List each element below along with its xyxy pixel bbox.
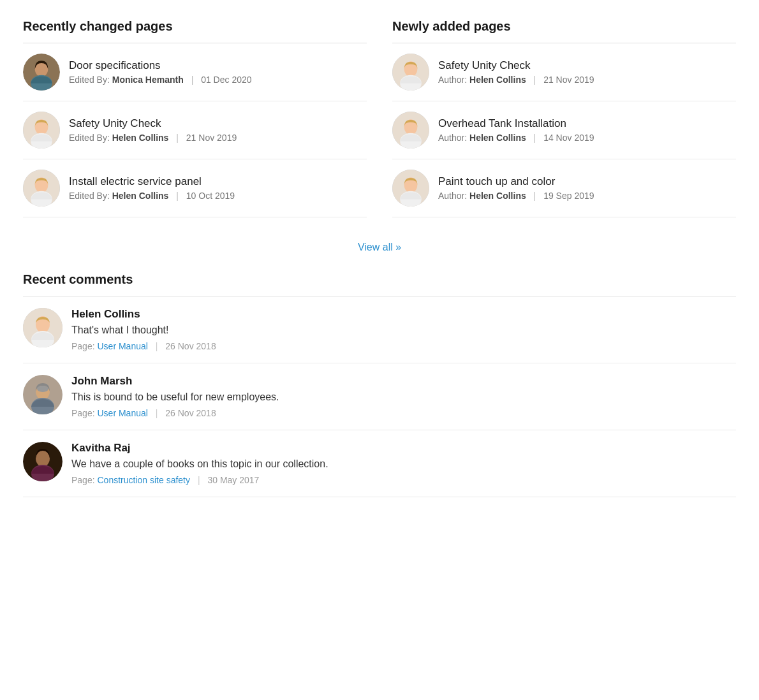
comment-item: Helen Collins That's what I thought! Pag… (23, 296, 736, 363)
comment-meta: Page: User Manual | 26 Nov 2018 (71, 408, 279, 418)
comment-body: John Marsh This is bound to be useful fo… (71, 375, 279, 418)
comment-body: Helen Collins That's what I thought! Pag… (71, 308, 216, 351)
comment-avatar (23, 442, 63, 481)
newly-added-title: Newly added pages (392, 19, 736, 34)
comment-text: This is bound to be useful for new emplo… (71, 391, 279, 403)
newly-added-section: Newly added pages Safety Unity Check Aut… (367, 19, 736, 217)
page-info: Overhead Tank Installation Author: Helen… (438, 117, 594, 143)
recently-changed-title: Recently changed pages (23, 19, 367, 34)
comment-avatar (23, 375, 63, 414)
avatar (392, 112, 429, 149)
page-info: Paint touch up and color Author: Helen C… (438, 175, 594, 201)
comment-meta: Page: Construction site safety | 30 May … (71, 475, 328, 485)
page-name[interactable]: Install electric service panel (69, 175, 235, 188)
avatar (23, 112, 60, 149)
page-info: Install electric service panel Edited By… (69, 175, 235, 201)
avatar (23, 54, 60, 91)
page-name[interactable]: Paint touch up and color (438, 175, 594, 188)
page-meta: Edited By: Helen Collins | 21 Nov 2019 (69, 133, 237, 143)
newly-added-item: Safety Unity Check Author: Helen Collins… (392, 43, 736, 101)
page-meta: Edited By: Monica Hemanth | 01 Dec 2020 (69, 75, 252, 85)
comment-item: Kavitha Raj We have a couple of books on… (23, 430, 736, 497)
comment-text: That's what I thought! (71, 324, 216, 336)
newly-added-item: Overhead Tank Installation Author: Helen… (392, 101, 736, 159)
comment-text: We have a couple of books on this topic … (71, 458, 328, 470)
page-meta: Author: Helen Collins | 21 Nov 2019 (438, 75, 594, 85)
view-all-row: View all » (23, 230, 736, 268)
page-meta: Edited By: Helen Collins | 10 Oct 2019 (69, 191, 235, 201)
pages-sections-row: Recently changed pages Door specificatio… (23, 19, 736, 217)
page-meta: Author: Helen Collins | 19 Sep 2019 (438, 191, 594, 201)
comment-author: Kavitha Raj (71, 442, 328, 455)
comment-meta: Page: User Manual | 26 Nov 2018 (71, 341, 216, 351)
page-name[interactable]: Safety Unity Check (69, 117, 237, 130)
recently-changed-section: Recently changed pages Door specificatio… (23, 19, 367, 217)
page-meta: Author: Helen Collins | 14 Nov 2019 (438, 133, 594, 143)
page-info: Safety Unity Check Edited By: Helen Coll… (69, 117, 237, 143)
recent-comments-title: Recent comments (23, 272, 736, 287)
view-all-link[interactable]: View all » (358, 242, 401, 252)
avatar (392, 54, 429, 91)
page-name[interactable]: Door specifications (69, 59, 252, 72)
comment-author: Helen Collins (71, 308, 216, 321)
comment-page-link[interactable]: User Manual (97, 408, 147, 418)
comment-avatar (23, 308, 63, 347)
newly-added-item: Paint touch up and color Author: Helen C… (392, 159, 736, 217)
comment-page-link[interactable]: User Manual (97, 341, 147, 351)
page-name[interactable]: Overhead Tank Installation (438, 117, 594, 130)
recently-changed-item: Safety Unity Check Edited By: Helen Coll… (23, 101, 367, 159)
avatar (23, 170, 60, 207)
comment-author: John Marsh (71, 375, 279, 388)
comment-item: John Marsh This is bound to be useful fo… (23, 363, 736, 430)
avatar (392, 170, 429, 207)
recent-comments-section: Recent comments Helen Collins That's wha… (23, 272, 736, 497)
page-name[interactable]: Safety Unity Check (438, 59, 594, 72)
recently-changed-item: Install electric service panel Edited By… (23, 159, 367, 217)
page-info: Door specifications Edited By: Monica He… (69, 59, 252, 85)
comment-body: Kavitha Raj We have a couple of books on… (71, 442, 328, 485)
page-info: Safety Unity Check Author: Helen Collins… (438, 59, 594, 85)
recently-changed-item: Door specifications Edited By: Monica He… (23, 43, 367, 101)
comment-page-link[interactable]: Construction site safety (97, 475, 190, 485)
